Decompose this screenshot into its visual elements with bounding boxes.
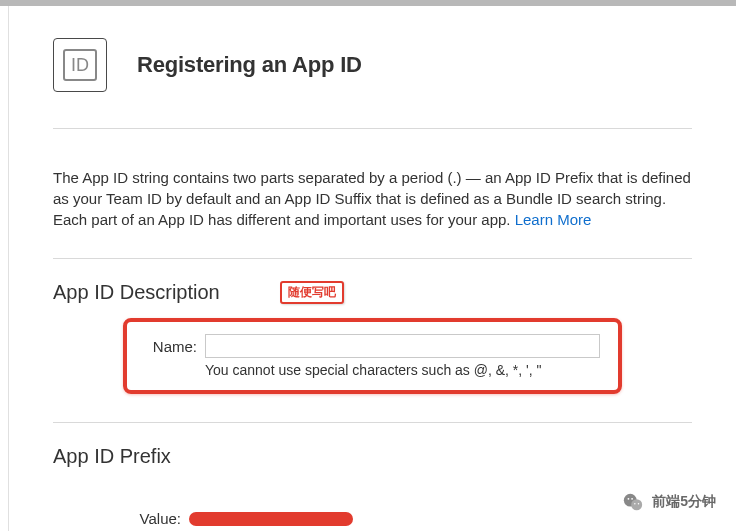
- section-title-description: App ID Description 随便写吧: [53, 281, 692, 304]
- watermark: 前端5分钟: [622, 491, 716, 513]
- section-app-id-description: App ID Description 随便写吧 Name: You cannot…: [53, 259, 692, 394]
- name-label: Name:: [145, 338, 197, 355]
- section-title-prefix-text: App ID Prefix: [53, 445, 171, 468]
- watermark-text: 前端5分钟: [652, 493, 716, 511]
- highlight-annotation-box: Name: You cannot use special characters …: [123, 318, 622, 394]
- svg-text:ID: ID: [71, 55, 89, 75]
- value-label: Value:: [53, 510, 181, 527]
- learn-more-link[interactable]: Learn More: [515, 211, 592, 228]
- intro-text: The App ID string contains two parts sep…: [53, 169, 691, 228]
- name-hint: You cannot use special characters such a…: [205, 362, 600, 378]
- redacted-value: [189, 512, 353, 526]
- intro-paragraph: The App ID string contains two parts sep…: [53, 129, 692, 259]
- svg-point-6: [634, 503, 635, 504]
- section-title-prefix: App ID Prefix: [53, 445, 692, 468]
- svg-point-3: [631, 499, 642, 510]
- svg-point-5: [631, 498, 633, 500]
- page-header: ID Registering an App ID: [53, 6, 692, 129]
- wechat-icon: [622, 491, 644, 513]
- svg-point-4: [628, 498, 630, 500]
- section-title-text: App ID Description: [53, 281, 220, 304]
- name-form-row: Name:: [145, 334, 600, 358]
- id-badge-icon: ID: [53, 38, 107, 92]
- name-input[interactable]: [205, 334, 600, 358]
- svg-point-7: [638, 503, 639, 504]
- page-title: Registering an App ID: [137, 52, 362, 78]
- prefix-value-row: Value:: [53, 482, 692, 527]
- main-content: ID Registering an App ID The App ID stri…: [8, 6, 736, 531]
- annotation-badge: 随便写吧: [280, 281, 344, 304]
- section-app-id-prefix: App ID Prefix Value:: [53, 423, 692, 527]
